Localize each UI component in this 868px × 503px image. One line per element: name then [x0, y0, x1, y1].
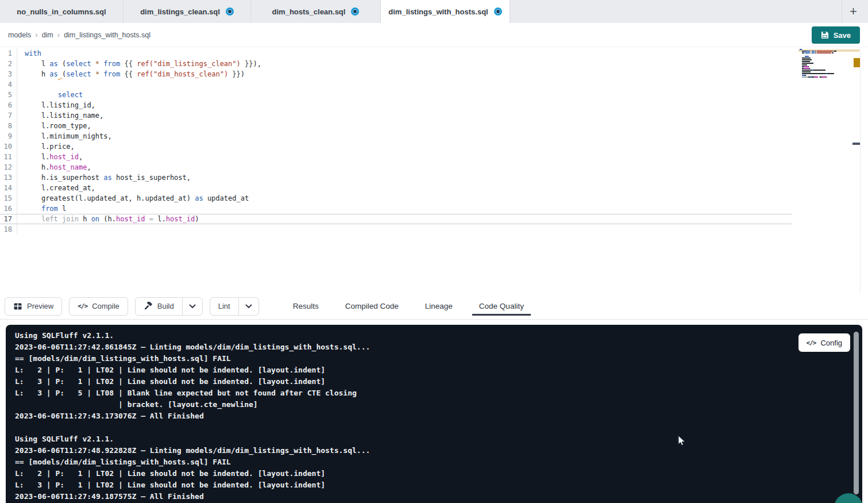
line-number: 11	[0, 152, 17, 162]
line-number: 13	[0, 172, 17, 183]
line-number: 18	[0, 224, 17, 235]
code-line[interactable]: 15 greatest(l.updated_at, h.updated_at) …	[0, 193, 792, 203]
config-button-label: Config	[820, 339, 842, 347]
unsaved-changes-icon[interactable]	[494, 7, 502, 16]
chevron-right-icon: ›	[35, 30, 37, 39]
line-number: 15	[0, 193, 17, 203]
line-number: 7	[0, 110, 17, 121]
terminal-scrollbar-thumb[interactable]	[854, 332, 859, 494]
tab-code-quality-label: Code Quality	[479, 302, 524, 310]
line-number: 5	[0, 90, 17, 100]
breadcrumb-item-models: models	[8, 31, 31, 39]
config-button[interactable]: </> Config	[798, 333, 850, 352]
line-number: 12	[0, 162, 17, 172]
code-line[interactable]: 17 left join h on (h.host_id = l.host_id…	[0, 214, 792, 224]
code-line[interactable]: 12 h.host_name,	[0, 162, 792, 172]
build-split-button[interactable]: Build	[135, 297, 203, 316]
line-number: 16	[0, 203, 17, 214]
line-number: 8	[0, 121, 17, 131]
line-number: 10	[0, 141, 17, 152]
lint-output-terminal: Using SQLFluff v2.1.1. 2023-06-06T11:27:…	[6, 325, 862, 503]
table-grid-icon	[13, 302, 22, 311]
code-line[interactable]: 11 l.host_id,	[0, 152, 792, 162]
line-number: 9	[0, 131, 17, 141]
file-tab-label: dim_listings_with_hosts.sql	[388, 7, 488, 16]
chevron-down-icon	[189, 304, 196, 309]
code-line[interactable]: 6 l.listing_id,	[0, 100, 792, 110]
line-number: 1	[0, 48, 17, 59]
tab-lineage[interactable]: Lineage	[416, 293, 461, 319]
file-tab-dim-listings-with-hosts[interactable]: dim_listings_with_hosts.sql	[381, 0, 510, 23]
tab-lineage-label: Lineage	[425, 302, 453, 310]
code-line[interactable]: 1with	[0, 48, 792, 59]
code-line[interactable]: 13 h.is_superhost as host_is_superhost,	[0, 172, 792, 183]
tab-results[interactable]: Results	[284, 293, 327, 319]
compile-button-label: Compile	[92, 302, 119, 310]
code-line[interactable]: 3 h as (select * from {{ ref("dim_hosts_…	[0, 69, 792, 79]
code-editor[interactable]: 1with2 l as (select * from {{ ref("dim_l…	[0, 47, 868, 293]
build-options-dropdown[interactable]	[182, 298, 202, 315]
mouse-cursor	[678, 435, 686, 447]
line-number: 17	[0, 214, 17, 224]
code-line[interactable]: 14 l.created_at,	[0, 183, 792, 193]
save-button-label: Save	[834, 31, 851, 40]
code-lines[interactable]: 1with2 l as (select * from {{ ref("dim_l…	[0, 47, 868, 235]
file-tab-label: dim_hosts_clean.sql	[272, 7, 346, 16]
line-number: 3	[0, 69, 17, 79]
code-line[interactable]: 9 l.minimum_nights,	[0, 131, 792, 141]
file-tab-bar: no_nulls_in_columns.sql dim_listings_cle…	[0, 0, 868, 23]
tab-code-quality[interactable]: Code Quality	[470, 293, 533, 319]
tab-compiled-code-label: Compiled Code	[345, 302, 399, 310]
chevron-right-icon: ›	[57, 30, 60, 39]
code-line[interactable]: 16 from l	[0, 203, 792, 214]
lint-options-dropdown[interactable]	[238, 298, 259, 315]
compile-button[interactable]: </> Compile	[69, 297, 128, 316]
code-line[interactable]: 8 l.room_type,	[0, 121, 792, 131]
line-number: 14	[0, 183, 17, 193]
preview-button[interactable]: Preview	[5, 297, 62, 316]
code-line[interactable]: 10 l.price,	[0, 141, 792, 152]
file-tab-dim-hosts-clean[interactable]: dim_hosts_clean.sql	[251, 0, 381, 23]
file-tab-label: no_nulls_in_columns.sql	[17, 7, 106, 16]
file-tab-label: dim_listings_clean.sql	[140, 7, 220, 16]
line-number: 4	[0, 79, 17, 90]
code-line[interactable]: 18	[0, 224, 792, 235]
plus-icon: +	[850, 4, 857, 19]
result-panel-tabs: Results Compiled Code Lineage Code Quali…	[284, 293, 533, 319]
lint-button-label: Lint	[218, 302, 230, 310]
save-button[interactable]: Save	[812, 26, 860, 44]
code-icon: </>	[78, 302, 87, 310]
code-line[interactable]: 2 l as (select * from {{ ref("dim_listin…	[0, 59, 792, 69]
tab-compiled-code[interactable]: Compiled Code	[337, 293, 407, 319]
build-button-label: Build	[157, 302, 174, 310]
new-tab-button[interactable]: +	[842, 0, 865, 23]
code-line[interactable]: 5 select	[0, 90, 792, 100]
hammer-icon	[144, 302, 153, 311]
chevron-down-icon	[245, 304, 252, 309]
code-line[interactable]: 7 l.listing_name,	[0, 110, 792, 121]
code-icon: </>	[807, 339, 816, 347]
terminal-output: Using SQLFluff v2.1.1. 2023-06-06T11:27:…	[15, 330, 370, 502]
breadcrumb-item-dim: dim	[42, 31, 53, 39]
minimap[interactable]	[800, 49, 841, 80]
lint-button[interactable]: Lint	[210, 298, 238, 315]
line-number: 6	[0, 100, 17, 110]
action-toolbar: Preview </> Compile Build Lint	[0, 293, 868, 320]
breadcrumb-item-file: dim_listings_with_hosts.sql	[64, 31, 151, 39]
code-line[interactable]: 4	[0, 79, 792, 90]
file-tab-no-nulls-in-columns[interactable]: no_nulls_in_columns.sql	[0, 0, 124, 23]
file-tab-dim-listings-clean[interactable]: dim_listings_clean.sql	[124, 0, 251, 23]
preview-button-label: Preview	[27, 302, 53, 310]
save-floppy-icon	[821, 31, 829, 39]
unsaved-changes-icon[interactable]	[351, 7, 359, 16]
editor-scrollbar-track[interactable]	[860, 47, 861, 292]
tab-results-label: Results	[293, 302, 319, 310]
lint-warning-marker	[854, 58, 860, 67]
scroll-position-marker	[852, 143, 860, 145]
line-number: 2	[0, 59, 17, 69]
unsaved-changes-icon[interactable]	[226, 7, 234, 16]
build-button[interactable]: Build	[136, 298, 182, 315]
breadcrumb-bar: models › dim › dim_listings_with_hosts.s…	[0, 23, 868, 47]
lint-split-button[interactable]: Lint	[210, 297, 259, 316]
